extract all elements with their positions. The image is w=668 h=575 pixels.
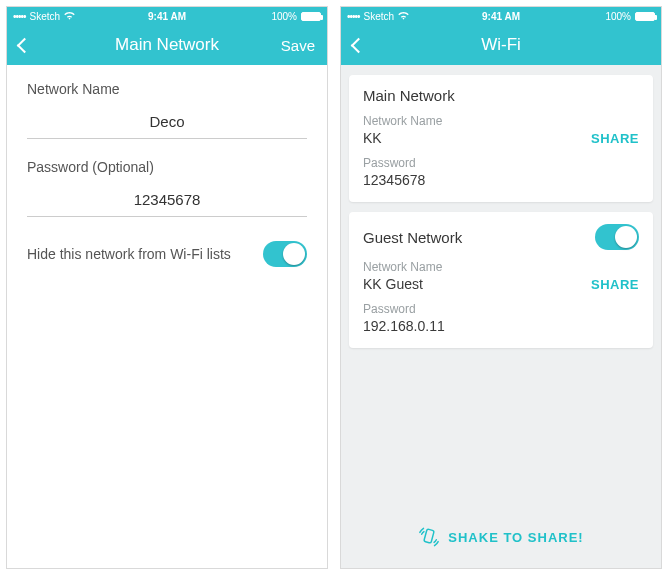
network-name-label: Network Name: [27, 81, 307, 97]
svg-rect-0: [424, 529, 434, 543]
nav-bar: Wi-Fi: [341, 25, 661, 65]
chevron-left-icon: [351, 37, 367, 53]
hide-network-toggle[interactable]: [263, 241, 307, 267]
network-name-input[interactable]: Deco: [27, 107, 307, 139]
network-name-label: Network Name: [363, 260, 442, 274]
share-button[interactable]: SHARE: [591, 131, 639, 146]
wifi-icon: [398, 11, 409, 22]
password-label: Password: [363, 156, 425, 170]
network-name-value: KK Guest: [363, 276, 442, 292]
signal-dots-icon: •••••: [13, 11, 26, 22]
shake-label: SHAKE TO SHARE!: [448, 530, 583, 545]
hide-network-label: Hide this network from Wi-Fi lists: [27, 246, 231, 262]
password-input[interactable]: 12345678: [27, 185, 307, 217]
clock-label: 9:41 AM: [116, 11, 219, 22]
shake-phone-icon: [418, 526, 440, 548]
toggle-knob-icon: [283, 243, 305, 265]
phone-wifi: ••••• Sketch 9:41 AM 100% Wi-Fi Main Net…: [340, 6, 662, 569]
battery-pct-label: 100%: [605, 11, 631, 22]
status-bar: ••••• Sketch 9:41 AM 100%: [341, 7, 661, 25]
battery-pct-label: 100%: [271, 11, 297, 22]
password-value: 12345678: [363, 172, 425, 188]
share-button[interactable]: SHARE: [591, 277, 639, 292]
card-title: Main Network: [363, 87, 455, 104]
guest-network-card: Guest Network Network Name KK Guest SHAR…: [349, 212, 653, 348]
shake-to-share-button[interactable]: SHAKE TO SHARE!: [349, 508, 653, 568]
back-button[interactable]: [19, 40, 63, 51]
status-bar: ••••• Sketch 9:41 AM 100%: [7, 7, 327, 25]
network-name-value: KK: [363, 130, 442, 146]
save-button[interactable]: Save: [271, 37, 315, 54]
clock-label: 9:41 AM: [450, 11, 553, 22]
guest-network-toggle[interactable]: [595, 224, 639, 250]
signal-dots-icon: •••••: [347, 11, 360, 22]
nav-bar: Main Network Save: [7, 25, 327, 65]
page-title: Wi-Fi: [397, 35, 605, 55]
battery-icon: [301, 12, 321, 21]
back-button[interactable]: [353, 40, 397, 51]
password-label: Password (Optional): [27, 159, 307, 175]
chevron-left-icon: [17, 37, 33, 53]
password-label: Password: [363, 302, 445, 316]
carrier-label: Sketch: [364, 11, 395, 22]
main-network-card: Main Network Network Name KK SHARE Passw…: [349, 75, 653, 202]
carrier-label: Sketch: [30, 11, 61, 22]
password-value: 192.168.0.11: [363, 318, 445, 334]
wifi-icon: [64, 11, 75, 22]
network-name-label: Network Name: [363, 114, 442, 128]
phone-main-network: ••••• Sketch 9:41 AM 100% Main Network S…: [6, 6, 328, 569]
toggle-knob-icon: [615, 226, 637, 248]
page-title: Main Network: [63, 35, 271, 55]
card-title: Guest Network: [363, 229, 462, 246]
battery-icon: [635, 12, 655, 21]
